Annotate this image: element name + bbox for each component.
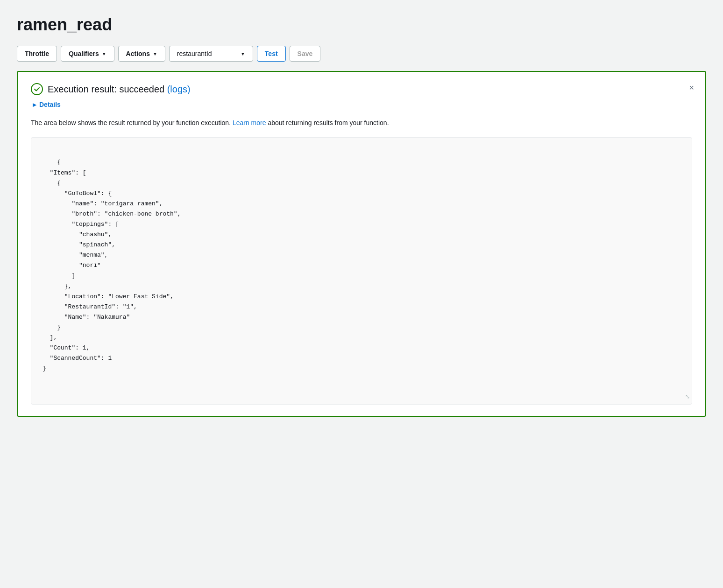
actions-label: Actions bbox=[126, 50, 150, 57]
code-content: { "Items": [ { "GoToBowl": { "name": "to… bbox=[43, 159, 181, 372]
details-triangle-icon: ▶ bbox=[33, 102, 36, 107]
throttle-label: Throttle bbox=[25, 50, 49, 57]
restaurant-id-dropdown[interactable]: restaurantId ▼ bbox=[169, 46, 253, 62]
result-title: Execution result: succeeded (logs) bbox=[48, 84, 191, 95]
description-prefix: The area below shows the result returned… bbox=[31, 119, 233, 126]
details-toggle[interactable]: ▶ Details bbox=[33, 101, 692, 108]
close-button[interactable]: × bbox=[687, 81, 696, 95]
description-suffix: about returning results from your functi… bbox=[266, 119, 389, 126]
description-text: The area below shows the result returned… bbox=[31, 118, 692, 128]
save-button: Save bbox=[290, 46, 321, 62]
success-icon bbox=[31, 83, 43, 95]
page-title: ramen_read bbox=[17, 15, 706, 35]
qualifiers-label: Qualifiers bbox=[69, 50, 99, 57]
dropdown-chevron-icon: ▼ bbox=[241, 51, 245, 56]
code-block: { "Items": [ { "GoToBowl": { "name": "to… bbox=[31, 137, 692, 404]
qualifiers-button[interactable]: Qualifiers ▼ bbox=[61, 46, 114, 62]
dropdown-value: restaurantId bbox=[177, 50, 237, 57]
details-label: Details bbox=[39, 101, 61, 108]
logs-link[interactable]: (logs) bbox=[167, 84, 191, 94]
result-header: Execution result: succeeded (logs) bbox=[31, 83, 692, 95]
throttle-button[interactable]: Throttle bbox=[17, 46, 57, 62]
learn-more-link[interactable]: Learn more bbox=[233, 119, 266, 126]
actions-chevron-icon: ▼ bbox=[153, 51, 157, 56]
result-panel: Execution result: succeeded (logs) × ▶ D… bbox=[17, 71, 706, 417]
test-label: Test bbox=[265, 50, 278, 57]
actions-button[interactable]: Actions ▼ bbox=[118, 46, 165, 62]
save-label: Save bbox=[298, 50, 313, 57]
close-icon: × bbox=[689, 83, 694, 92]
qualifiers-chevron-icon: ▼ bbox=[102, 51, 106, 56]
resize-handle-icon[interactable]: ⤡ bbox=[685, 392, 690, 402]
toolbar: Throttle Qualifiers ▼ Actions ▼ restaura… bbox=[17, 46, 706, 62]
result-title-prefix: Execution result: succeeded bbox=[48, 84, 167, 94]
test-button[interactable]: Test bbox=[257, 46, 286, 62]
